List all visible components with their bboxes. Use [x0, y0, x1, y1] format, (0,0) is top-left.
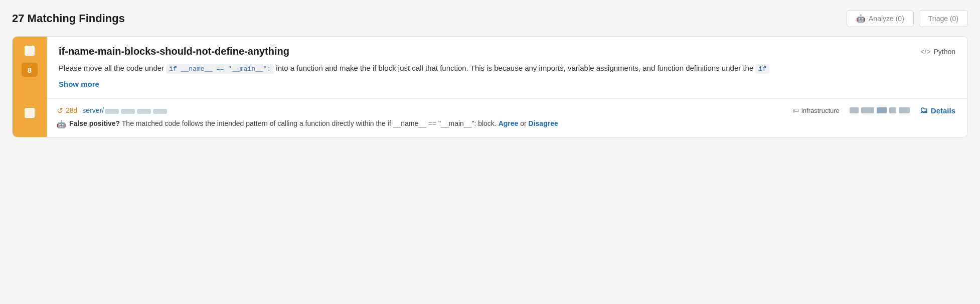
- finding-title-row: if-name-main-blocks-should-not-define-an…: [59, 46, 955, 57]
- bot-icon: 🤖: [57, 119, 66, 130]
- filepath-blur-3: [137, 109, 151, 114]
- code-block-2: [861, 107, 874, 113]
- finding-count-badge: 8: [22, 63, 38, 77]
- filepath-prefix: server/: [82, 106, 104, 114]
- result-main: ↺ 28d server/ 🏷 infrastructure: [47, 99, 967, 137]
- finding-title: if-name-main-blocks-should-not-define-an…: [59, 46, 289, 57]
- code-block-1: [850, 107, 859, 113]
- finding-header-section: 8 if-name-main-blocks-should-not-define-…: [13, 37, 967, 99]
- triage-button[interactable]: Triage (0): [919, 10, 968, 27]
- disagree-link[interactable]: Disagree: [529, 119, 558, 127]
- fp-desc: The matched code follows the intended pa…: [120, 119, 497, 127]
- fp-text: False positive? The matched code follows…: [69, 118, 558, 129]
- result-sidebar-bar: [13, 99, 47, 137]
- finding-main-content: if-name-main-blocks-should-not-define-an…: [47, 37, 967, 99]
- description-suffix: into a function and make the if block ju…: [274, 64, 755, 72]
- result-time: ↺ 28d: [57, 106, 77, 115]
- finding-description: Please move all the code under if __name…: [59, 62, 955, 75]
- result-meta-right: 🏷 infrastructure 🗂 Details: [792, 106, 955, 115]
- triage-label: Triage (0): [928, 15, 958, 23]
- code-blocks: [850, 107, 910, 113]
- result-meta-left: ↺ 28d server/: [57, 106, 168, 115]
- filepath-blur-1: [105, 109, 119, 114]
- page-container: 27 Matching Findings 🤖 Analyze (0) Triag…: [0, 0, 980, 147]
- result-bottom-row: 🤖 False positive? The matched code follo…: [57, 118, 955, 130]
- code-block-5: [899, 107, 910, 113]
- show-more-link[interactable]: Show more: [59, 80, 99, 88]
- time-ago: 28d: [66, 106, 77, 114]
- code-block-4: [889, 107, 896, 113]
- description-prefix: Please move all the code under: [59, 64, 166, 72]
- finding-card: 8 if-name-main-blocks-should-not-define-…: [12, 36, 968, 137]
- header-actions: 🤖 Analyze (0) Triage (0): [847, 10, 968, 27]
- header-row: 27 Matching Findings 🤖 Analyze (0) Triag…: [12, 10, 968, 27]
- page-title: 27 Matching Findings: [12, 12, 125, 25]
- analyze-button[interactable]: 🤖 Analyze (0): [847, 10, 914, 27]
- finding-language: </> Python: [920, 48, 955, 56]
- language-icon: </>: [920, 48, 930, 56]
- details-icon: 🗂: [920, 106, 928, 115]
- history-icon: ↺: [57, 106, 63, 115]
- tag-icon: 🏷: [792, 107, 799, 114]
- details-link[interactable]: 🗂 Details: [920, 106, 955, 115]
- code-block-3: [877, 107, 887, 113]
- finding-checkbox[interactable]: [25, 46, 35, 56]
- agree-link[interactable]: Agree: [499, 119, 519, 127]
- details-label: Details: [931, 106, 955, 115]
- language-label: Python: [933, 48, 955, 56]
- tag-label: infrastructure: [801, 107, 840, 114]
- analyze-icon: 🤖: [856, 14, 866, 23]
- filepath-blur-2: [121, 109, 135, 114]
- result-filepath[interactable]: server/: [82, 106, 168, 114]
- tag-item: 🏷 infrastructure: [792, 107, 840, 114]
- finding-sidebar-bar: 8: [13, 37, 47, 99]
- or-text: or: [520, 119, 526, 127]
- result-top-row: ↺ 28d server/ 🏷 infrastructure: [57, 106, 955, 115]
- finding-result-section: ↺ 28d server/ 🏷 infrastructure: [13, 99, 967, 137]
- inline-code-main: if __name__ == "__main__":: [166, 64, 274, 74]
- filepath-blur-4: [153, 109, 167, 114]
- analyze-label: Analyze (0): [869, 15, 904, 23]
- inline-code-if: if: [755, 64, 769, 74]
- fp-bold: False positive?: [69, 119, 120, 127]
- result-checkbox[interactable]: [25, 108, 35, 118]
